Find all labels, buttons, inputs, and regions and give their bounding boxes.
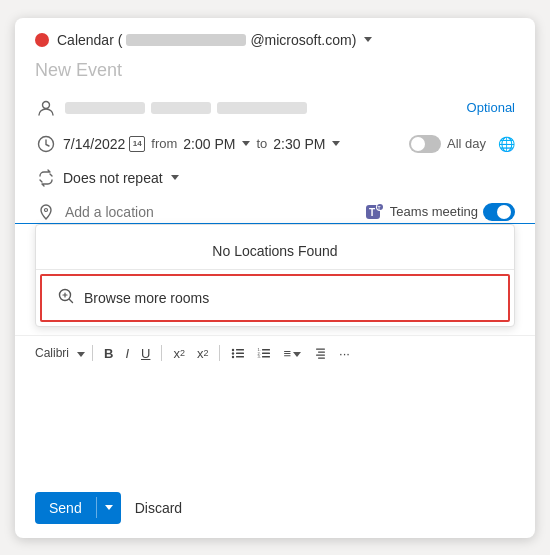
svg-rect-14 [236, 356, 244, 358]
teams-badge: T T Teams meeting [363, 201, 515, 223]
svg-rect-13 [236, 353, 244, 355]
discard-button[interactable]: Discard [131, 492, 186, 524]
repeat-icon [35, 167, 57, 189]
attendees-row: Optional [15, 89, 535, 127]
calendar-label: Calendar ( [57, 32, 122, 48]
teams-icon: T T [363, 201, 385, 223]
toolbar-separator-2 [161, 345, 162, 361]
date-button[interactable]: 7/14/2022 14 [63, 136, 145, 152]
italic-button[interactable]: I [121, 344, 133, 363]
globe-icon[interactable]: 🌐 [498, 136, 515, 152]
svg-rect-22 [318, 352, 325, 353]
to-time-chevron-icon [332, 141, 340, 146]
location-dropdown: No Locations Found Browse more rooms [35, 224, 515, 327]
svg-rect-19 [262, 353, 270, 355]
svg-point-10 [232, 352, 234, 354]
font-selector[interactable]: Calibri [35, 346, 69, 360]
svg-point-9 [232, 349, 234, 351]
formatting-toolbar: Calibri B I U x2 x2 1. 2. 3. [15, 335, 535, 371]
font-chevron-icon[interactable] [77, 352, 85, 357]
calendar-icon: 14 [129, 136, 145, 152]
teams-toggle-knob [497, 205, 511, 219]
toolbar-separator-1 [92, 345, 93, 361]
svg-rect-23 [316, 355, 325, 356]
svg-point-11 [232, 356, 234, 358]
location-input[interactable] [65, 204, 355, 220]
from-label: from [151, 136, 177, 151]
no-locations-text: No Locations Found [36, 225, 514, 270]
bullet-list-button[interactable] [227, 344, 249, 362]
repeat-button[interactable]: Does not repeat [63, 170, 179, 186]
underline-button[interactable]: U [137, 344, 154, 363]
svg-rect-12 [236, 349, 244, 351]
calendar-dot [35, 33, 49, 47]
attendee-pill-1 [65, 102, 145, 114]
attendee-pill-3 [217, 102, 307, 114]
clock-icon [35, 133, 57, 155]
from-time-button[interactable]: 2:00 PM [183, 136, 250, 152]
svg-rect-21 [316, 349, 325, 350]
calendar-email-blurred [126, 34, 246, 46]
svg-rect-18 [262, 349, 270, 351]
calendar-suffix: @microsoft.com) [250, 32, 356, 48]
svg-text:T: T [369, 207, 375, 218]
from-time-chevron-icon [242, 141, 250, 146]
send-dropdown-icon [105, 505, 113, 510]
new-event-label[interactable]: New Event [15, 58, 535, 89]
modal-header: Calendar ( @microsoft.com) [15, 18, 535, 58]
superscript-button[interactable]: x2 [169, 344, 189, 363]
new-event-modal: Calendar ( @microsoft.com) New Event Opt… [15, 18, 535, 538]
numbered-list-button[interactable]: 1. 2. 3. [253, 344, 275, 362]
svg-rect-24 [318, 358, 325, 359]
svg-point-2 [45, 208, 48, 211]
more-button[interactable]: ··· [335, 344, 354, 363]
calendar-title: Calendar ( @microsoft.com) [57, 32, 515, 48]
bold-button[interactable]: B [100, 344, 117, 363]
send-button[interactable]: Send [35, 492, 121, 524]
send-chevron[interactable] [96, 497, 121, 518]
allday-label: All day [447, 136, 486, 151]
attendee-pills[interactable] [65, 102, 459, 114]
svg-text:3.: 3. [258, 354, 261, 359]
send-label: Send [35, 492, 96, 524]
attendee-pill-2 [151, 102, 211, 114]
svg-point-0 [43, 101, 50, 108]
location-row: T T Teams meeting [15, 195, 535, 224]
repeat-chevron-icon [171, 175, 179, 180]
to-label: to [256, 136, 267, 151]
person-icon [35, 97, 57, 119]
indent-button[interactable] [309, 344, 331, 362]
allday-toggle[interactable]: All day [409, 135, 486, 153]
browse-more-rooms-label: Browse more rooms [84, 290, 209, 306]
subscript-button[interactable]: x2 [193, 344, 213, 363]
browse-rooms-icon [56, 286, 76, 310]
modal-footer: Send Discard [15, 478, 535, 538]
toggle-knob [411, 137, 425, 151]
calendar-chevron-icon[interactable] [364, 37, 372, 42]
optional-label[interactable]: Optional [467, 100, 515, 115]
repeat-row: Does not repeat [15, 161, 535, 195]
to-time-button[interactable]: 2:30 PM [273, 136, 340, 152]
location-icon [35, 201, 57, 223]
allday-toggle-switch[interactable] [409, 135, 441, 153]
browse-more-rooms-item[interactable]: Browse more rooms [40, 274, 510, 322]
svg-rect-20 [262, 356, 270, 358]
toolbar-separator-3 [219, 345, 220, 361]
datetime-row: 7/14/2022 14 from 2:00 PM to 2:30 PM All… [15, 127, 535, 161]
teams-toggle[interactable] [483, 203, 515, 221]
align-button[interactable]: ≡ [279, 344, 305, 363]
teams-label: Teams meeting [390, 204, 478, 219]
svg-text:T: T [377, 205, 380, 211]
